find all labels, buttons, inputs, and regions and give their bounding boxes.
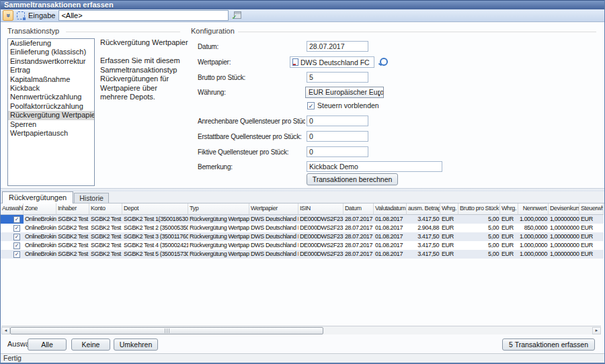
column-header[interactable]: Inhaber	[56, 203, 89, 215]
table-cell[interactable]: SGBK2 Test 4	[89, 241, 122, 250]
column-header[interactable]: Depot	[122, 203, 188, 215]
table-cell[interactable]: SGBK2 Test 2	[89, 224, 122, 232]
table-cell[interactable]: DWS Deutschland FC	[249, 215, 298, 224]
transaktionstyp-item[interactable]: Rückvergütung Wertpapier	[8, 111, 94, 120]
brutto-field[interactable]: 5	[307, 72, 368, 83]
table-row[interactable]: ✓OnlineBroking-SGBK2 Test 1SGBK2 Test 1S…	[1, 215, 604, 224]
steuern-checkbox-row[interactable]: ✓ Steuern vorblenden	[307, 101, 379, 109]
table-cell[interactable]: EUR	[579, 241, 604, 250]
datum-field[interactable]: 28.07.2017	[307, 41, 368, 52]
table-cell[interactable]: EUR	[579, 215, 604, 224]
table-cell[interactable]: 5,00	[458, 215, 500, 224]
table-cell[interactable]: 5,00	[458, 250, 500, 259]
table-cell[interactable]: EUR	[500, 215, 518, 224]
transaktionstyp-item[interactable]: Einlieferung (klassisch)	[8, 48, 94, 56]
table-cell[interactable]: 3.417,50	[407, 232, 440, 241]
fiktive-field[interactable]: 0	[307, 146, 368, 157]
table-cell[interactable]: 28.07.2017	[344, 224, 374, 232]
table-cell[interactable]: SGBK2 Test 2 (3500053509)	[122, 224, 188, 232]
horizontal-scrollbar[interactable]: ◄ ►	[1, 326, 601, 334]
table-cell[interactable]: DWS Deutschland FC	[249, 250, 298, 259]
column-header[interactable]: ausm. Betrag	[407, 203, 440, 215]
transaktionstyp-list[interactable]: AuslieferungEinlieferung (klassisch)Eins…	[7, 38, 95, 186]
table-cell[interactable]: EUR	[579, 250, 604, 259]
table-cell[interactable]: DE000DWS2F23	[298, 215, 344, 224]
row-select-cell[interactable]: ✓	[1, 241, 24, 250]
bemerkung-field[interactable]: Kickback Demo	[307, 161, 442, 172]
table-cell[interactable]: 1.000,0000	[518, 250, 549, 259]
table-cell[interactable]: 3.417,50	[407, 215, 440, 224]
table-cell[interactable]: 1,00000000	[549, 241, 579, 250]
transaktionstyp-item[interactable]: Wertpapiertausch	[8, 129, 94, 138]
table-cell[interactable]: 01.08.2017	[374, 241, 407, 250]
row-select-cell[interactable]: ✓	[1, 224, 24, 232]
column-header[interactable]: Nennwert	[518, 203, 549, 215]
table-cell[interactable]: 850,0000	[518, 224, 549, 232]
column-header[interactable]: Datum	[344, 203, 374, 215]
umkehren-button[interactable]: Umkehren	[114, 338, 158, 351]
transaktionen-berechnen-button[interactable]: Transaktionen berechnen	[307, 173, 398, 185]
table-cell[interactable]: Rückvergütung Wertpapier	[188, 250, 249, 259]
table-cell[interactable]: SGBK2 Test 4	[56, 241, 89, 250]
table-cell[interactable]: SGBK2 Test 1(3500186305)	[122, 215, 188, 224]
table-cell[interactable]: EUR	[500, 250, 518, 259]
table-cell[interactable]: 3.417,50	[407, 241, 440, 250]
row-select-cell[interactable]: ✓	[1, 215, 24, 224]
table-cell[interactable]: 28.07.2017	[344, 241, 374, 250]
table-cell[interactable]: Rückvergütung Wertpapier	[188, 215, 249, 224]
table-cell[interactable]: 01.08.2017	[374, 232, 407, 241]
table-cell[interactable]: DE000DWS2F23	[298, 241, 344, 250]
table-cell[interactable]: EUR	[579, 232, 604, 241]
row-checkbox[interactable]: ✓	[13, 225, 20, 232]
table-cell[interactable]: 01.08.2017	[374, 215, 407, 224]
table-cell[interactable]: EUR	[579, 224, 604, 232]
table-cell[interactable]: DWS Deutschland FC	[249, 224, 298, 232]
table-cell[interactable]: Rückvergütung Wertpapier	[188, 241, 249, 250]
table-cell[interactable]: EUR	[500, 224, 518, 232]
column-header[interactable]: Zone	[24, 203, 56, 215]
table-cell[interactable]: SGBK2 Test 3	[89, 232, 122, 241]
keine-button[interactable]: Keine	[71, 338, 110, 351]
table-cell[interactable]: OnlineBroking-	[24, 250, 56, 259]
table-cell[interactable]: EUR	[500, 241, 518, 250]
table-cell[interactable]: OnlineBroking-	[24, 224, 56, 232]
filter-input[interactable]	[58, 10, 229, 21]
scroll-right-icon[interactable]: ►	[592, 327, 601, 334]
column-header[interactable]: Whrg.	[500, 203, 518, 215]
table-cell[interactable]: OnlineBroking-	[24, 232, 56, 241]
column-header[interactable]: Konto	[89, 203, 122, 215]
column-header[interactable]: Steuerwhrg.	[579, 203, 604, 215]
erstattbare-field[interactable]: 0	[307, 131, 368, 142]
table-cell[interactable]: SGBK2 Test 5	[56, 250, 89, 259]
table-cell[interactable]: EUR	[440, 215, 458, 224]
transaktionstyp-item[interactable]: Sperren	[8, 120, 94, 129]
table-row[interactable]: ✓OnlineBroking-SGBK2 Test 4SGBK2 Test 4S…	[1, 241, 604, 250]
column-header[interactable]: Wertpapier	[249, 203, 298, 215]
table-row[interactable]: ✓OnlineBroking-SGBK2 Test 5SGBK2 Test 5S…	[1, 250, 604, 259]
table-cell[interactable]: SGBK2 Test 1	[56, 215, 89, 224]
table-cell[interactable]: EUR	[440, 224, 458, 232]
table-cell[interactable]: 5,00	[458, 224, 500, 232]
table-cell[interactable]: 3.417,50	[407, 250, 440, 259]
search-icon[interactable]	[378, 58, 387, 66]
tab-rueckverguetungen[interactable]: Rückvergütungen	[2, 191, 73, 203]
table-cell[interactable]: 28.07.2017	[344, 232, 374, 241]
table-cell[interactable]: 28.07.2017	[344, 250, 374, 259]
table-cell[interactable]: 2.904,88	[407, 224, 440, 232]
column-header[interactable]: Brutto pro Stück	[458, 203, 500, 215]
table-cell[interactable]: EUR	[440, 250, 458, 259]
table-row[interactable]: ✓OnlineBroking-SGBK2 Test 2SGBK2 Test 2S…	[1, 224, 604, 232]
table-cell[interactable]: 28.07.2017	[344, 215, 374, 224]
transaktionstyp-item[interactable]: Auslieferung	[8, 39, 94, 48]
table-cell[interactable]: SGBK2 Test 4 (3500024216)	[122, 241, 188, 250]
table-cell[interactable]: 5,00	[458, 241, 500, 250]
table-cell[interactable]: SGBK2 Test 5	[89, 250, 122, 259]
transaktionstyp-item[interactable]: Kickback	[8, 84, 94, 93]
table-cell[interactable]: DE000DWS2F23	[298, 224, 344, 232]
table-cell[interactable]: DWS Deutschland FC	[249, 241, 298, 250]
table-cell[interactable]: 1,00000000	[549, 232, 579, 241]
table-row[interactable]: ✓OnlineBroking-SGBK2 Test 3SGBK2 Test 3S…	[1, 232, 604, 241]
steuern-checkbox[interactable]: ✓	[307, 102, 315, 109]
alle-button[interactable]: Alle	[28, 338, 67, 351]
table-cell[interactable]: EUR	[500, 232, 518, 241]
